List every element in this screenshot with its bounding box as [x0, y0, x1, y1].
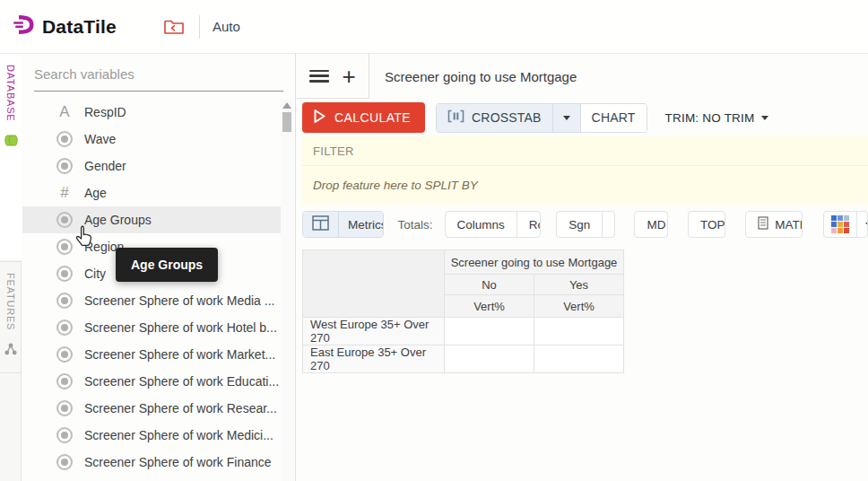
tab-features[interactable]: FEATURES — [0, 261, 22, 373]
column-group-header[interactable]: Screener going to use Mortgage — [445, 250, 624, 275]
sgn-dropdown[interactable] — [602, 212, 615, 237]
sgn-button[interactable]: Sgn — [557, 212, 602, 237]
calculate-button[interactable]: CALCULATE — [302, 102, 425, 133]
md-button[interactable]: MD — [635, 212, 667, 237]
heatmap-button[interactable] — [824, 212, 856, 237]
search-input[interactable] — [34, 61, 283, 92]
totals-label: Totals: — [397, 218, 432, 232]
filter-label: FILTER — [313, 144, 354, 158]
variable-type-icon — [56, 293, 73, 309]
table-corner-cell — [303, 250, 445, 318]
scroll-up-icon[interactable] — [282, 102, 291, 109]
variable-list-item[interactable]: Screener Sphere of work Resear... — [22, 395, 281, 422]
metric-header[interactable]: Vert% — [445, 295, 534, 318]
row-header-east-europe[interactable]: East Europe 35+ Over 270 — [303, 345, 445, 373]
chart-button[interactable]: CHART — [580, 104, 647, 132]
crosstab-dropdown[interactable] — [552, 104, 580, 132]
math-calculator-icon — [758, 216, 768, 232]
variable-list-item[interactable] — [22, 476, 281, 481]
variable-list-item[interactable]: RespID — [22, 99, 281, 126]
variable-list-item[interactable]: Age Groups — [22, 206, 281, 233]
filter-drop-zone[interactable]: FILTER — [302, 136, 868, 166]
chevron-down-icon — [614, 223, 615, 227]
data-cell — [534, 345, 624, 373]
totals-rows-button[interactable]: Rows — [516, 212, 541, 237]
variable-label: Screener Sphere of work Medici... — [84, 428, 273, 442]
variable-label: Screener Sphere of work Media ... — [84, 293, 274, 308]
top-button[interactable]: TOP — [689, 212, 725, 237]
database-icon — [4, 134, 18, 151]
md-wrap: MD — [634, 211, 667, 238]
play-icon — [313, 109, 326, 127]
row-header-west-europe[interactable]: West Europe 35+ Over 270 — [303, 318, 445, 345]
variable-list: RespID Wave Gender Age Age Groups Region… — [22, 99, 281, 481]
scrollbar-thumb[interactable] — [282, 112, 291, 132]
top-wrap: TOP — [688, 211, 725, 238]
variable-list-item[interactable]: Screener Sphere of work Market... — [22, 341, 281, 368]
variable-type-icon — [56, 266, 73, 282]
variable-label: Wave — [84, 132, 116, 146]
variable-type-icon — [56, 185, 73, 201]
metrics-toolbar: Metrics Totals: Columns Rows Sgn MD — [297, 205, 868, 244]
split-by-drop-zone[interactable]: Drop feature here to SPLIT BY — [302, 166, 868, 205]
data-cell — [445, 345, 534, 373]
data-cell — [445, 318, 534, 345]
tab-database-label: DATABASE — [5, 65, 16, 121]
variable-type-icon — [56, 427, 73, 443]
variables-sidebar: RespID Wave Gender Age Age Groups Region… — [22, 54, 296, 481]
variable-type-icon — [56, 400, 73, 416]
brand-logo: DataTile — [13, 13, 117, 40]
header-divider — [199, 15, 200, 39]
variable-type-icon — [56, 158, 73, 174]
variable-list-item[interactable]: Screener Sphere of work Finance — [22, 449, 281, 476]
main-area: + Screener going to use Mortgage CALCULA… — [297, 54, 868, 481]
column-header-no[interactable]: No — [445, 275, 534, 295]
layout-button[interactable] — [303, 212, 338, 237]
view-switch-group: CROSSTAB CHART — [436, 103, 647, 133]
sidebar-scrollbar[interactable] — [281, 99, 293, 481]
table-row: West Europe 35+ Over 270 — [303, 318, 624, 345]
action-toolbar: CALCULATE CROSSTAB CHART — [297, 99, 868, 136]
heatmap-group — [823, 211, 868, 238]
column-header-yes[interactable]: Yes — [534, 275, 624, 295]
totals-columns-button[interactable]: Columns — [446, 212, 516, 237]
crosstab-table: Screener going to use Mortgage No Yes Ve… — [302, 249, 624, 373]
math-button[interactable]: MATH — [746, 212, 803, 237]
variable-type-icon — [56, 454, 73, 470]
menu-icon[interactable] — [309, 70, 329, 83]
data-cell — [534, 318, 624, 345]
variable-list-item[interactable]: Screener Sphere of work Medici... — [22, 422, 281, 449]
variable-label: Screener Sphere of work Resear... — [84, 401, 277, 415]
table-layout-icon — [312, 215, 329, 233]
sgn-group: Sgn — [556, 211, 615, 238]
variable-list-item[interactable]: Screener Sphere of work Educati... — [22, 368, 281, 395]
features-share-icon — [4, 343, 17, 359]
app-header: DataTile Auto — [0, 0, 868, 54]
crosstab-button[interactable]: CROSSTAB — [437, 104, 552, 132]
variable-list-item[interactable]: Screener Sphere of work Media ... — [22, 287, 281, 314]
heatmap-dropdown[interactable] — [856, 212, 868, 237]
variable-list-item[interactable]: Wave — [22, 126, 281, 153]
math-wrap: MATH — [745, 211, 803, 238]
table-row: East Europe 35+ Over 270 — [303, 345, 624, 373]
drag-tooltip: Age Groups — [116, 248, 218, 282]
variable-label: RespID — [84, 105, 126, 119]
variable-label: Gender — [84, 159, 126, 173]
heatmap-icon — [831, 215, 849, 233]
variable-list-item[interactable]: Age — [22, 179, 281, 206]
mode-label[interactable]: Auto — [213, 19, 240, 34]
variable-label: Age — [84, 186, 107, 200]
crosstab-icon — [447, 109, 464, 126]
folder-back-button[interactable] — [163, 18, 185, 36]
variable-label: City — [84, 267, 106, 281]
variable-list-item[interactable]: Gender — [22, 153, 281, 179]
metrics-dropdown[interactable]: Metrics — [338, 212, 384, 237]
variable-list-item[interactable]: Screener Sphere of work Hotel b... — [22, 314, 281, 341]
tab-features-label: FEATURES — [5, 273, 16, 330]
tab-database[interactable]: DATABASE — [0, 54, 22, 260]
add-tab-icon[interactable]: + — [342, 67, 355, 85]
metric-header[interactable]: Vert% — [534, 295, 624, 318]
trim-dropdown[interactable]: TRIM: NO TRIM — [665, 111, 769, 125]
variable-type-icon — [56, 373, 73, 389]
side-tab-strip: DATABASE FEATURES — [0, 54, 22, 481]
